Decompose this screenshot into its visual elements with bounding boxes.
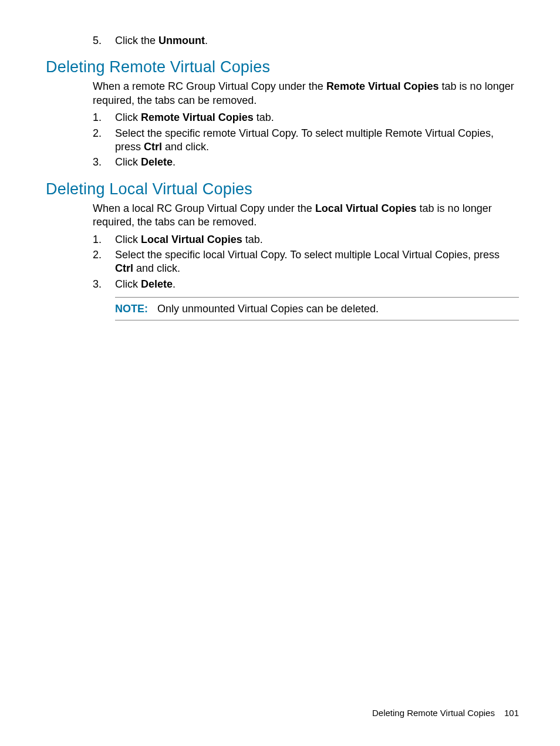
step-item: Click the Unmount. [93,34,519,48]
page-number: 101 [504,708,519,718]
step-text: Click the [115,35,158,46]
note-label: NOTE: [115,303,148,315]
step-bold: Delete [141,278,173,290]
step-bold: Delete [141,156,173,168]
step-bold: Unmount [158,35,205,46]
page-footer: Deleting Remote Virtual Copies101 [372,708,519,718]
step-text-post: tab. [254,112,274,123]
step-text: Click [115,278,141,290]
step-text: Click [115,156,141,168]
section-remote-body: When a remote RC Group Virtual Copy unde… [93,80,519,169]
step-item: Click Delete. [93,156,519,169]
step-bold: Ctrl [144,141,162,153]
section-heading-local: Deleting Local Virtual Copies [46,180,519,198]
step-text-post: tab. [242,234,263,245]
intro-pre: When a local RC Group Virtual Copy under… [93,202,315,214]
step-text-post: . [173,278,176,290]
intro-paragraph: When a local RC Group Virtual Copy under… [93,202,519,229]
step-text: Click [115,234,141,245]
section-heading-remote: Deleting Remote Virtual Copies [46,58,519,76]
step-item: Select the specific remote Virtual Copy.… [93,127,519,154]
step-item: Select the specific local Virtual Copy. … [93,248,519,276]
continued-step-list: Click the Unmount. [93,34,519,48]
step-bold: Local Virtual Copies [141,234,242,245]
intro-bold: Remote Virtual Copies [326,80,439,92]
note-text: Only unmounted Virtual Copies can be del… [157,303,379,315]
intro-pre: When a remote RC Group Virtual Copy unde… [93,80,326,92]
intro-bold: Local Virtual Copies [315,202,417,214]
step-item: Click Remote Virtual Copies tab. [93,111,519,124]
step-item: Click Local Virtual Copies tab. [93,233,519,247]
note-box: NOTE:Only unmounted Virtual Copies can b… [115,297,519,320]
steps-list-remote: Click Remote Virtual Copies tab. Select … [93,111,519,170]
footer-text: Deleting Remote Virtual Copies [372,708,495,718]
step-bold: Remote Virtual Copies [141,112,254,123]
step-text-post: . [173,156,176,168]
step-text-post: and click. [133,262,180,274]
step-item: Click Delete. [93,278,519,291]
step-text-post: and click. [162,141,209,153]
step-text: Select the specific local Virtual Copy. … [115,249,500,261]
step-text: Click [115,112,141,123]
step-bold: Ctrl [115,262,133,274]
step-text-post: . [205,35,208,46]
intro-paragraph: When a remote RC Group Virtual Copy unde… [93,80,519,107]
steps-list-local: Click Local Virtual Copies tab. Select t… [93,233,519,292]
section-local-body: When a local RC Group Virtual Copy under… [93,202,519,320]
